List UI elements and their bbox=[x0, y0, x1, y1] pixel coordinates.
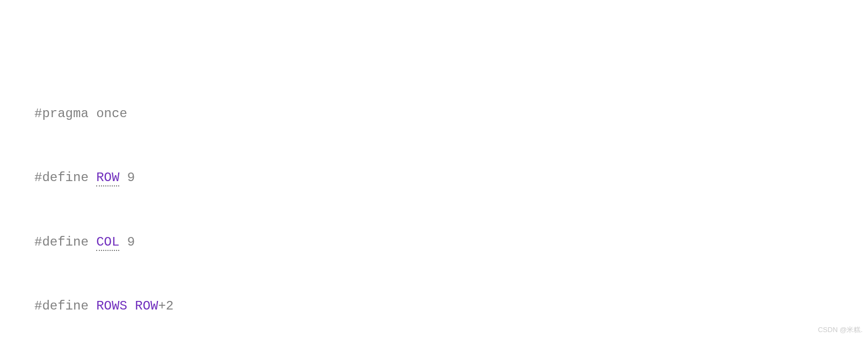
watermark: CSDN @米糕. bbox=[818, 325, 863, 335]
pragma-directive: #pragma once bbox=[34, 106, 127, 121]
code-line: #define COL 9 bbox=[0, 232, 868, 253]
macro-row: ROW bbox=[96, 170, 119, 186]
code-editor: #pragma once #define ROW 9 #define COL 9… bbox=[0, 58, 868, 338]
code-line: #define ROW 9 bbox=[0, 168, 868, 188]
code-line: #pragma once bbox=[0, 104, 868, 124]
code-line: #define ROWS ROW+2 bbox=[0, 296, 868, 317]
macro-rows: ROWS bbox=[96, 299, 127, 313]
macro-col: COL bbox=[96, 235, 119, 251]
